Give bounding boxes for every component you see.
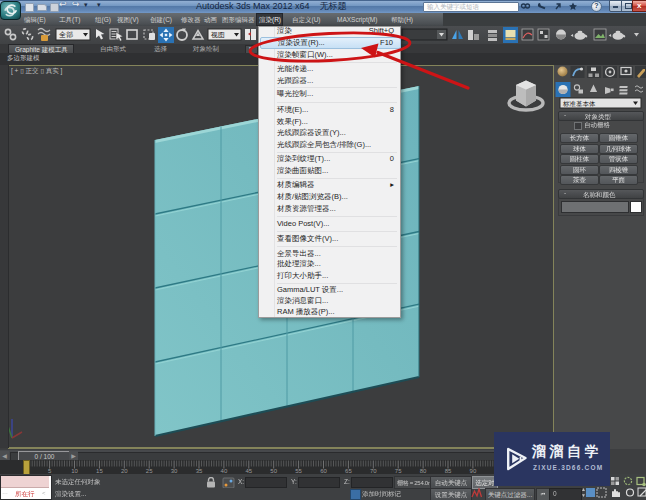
svg-text:视图: 视图: [211, 31, 225, 39]
svg-text:标准基本体: 标准基本体: [562, 100, 596, 108]
svg-text:全部: 全部: [59, 31, 73, 39]
